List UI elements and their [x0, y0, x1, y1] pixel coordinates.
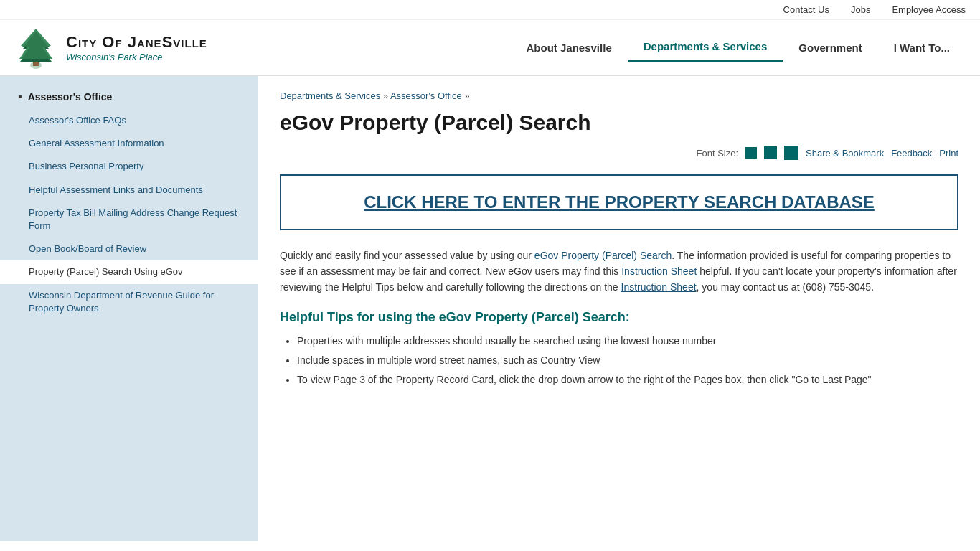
breadcrumb-departments[interactable]: Departments & Services — [280, 90, 380, 101]
page-layout: Assessor's Office Assessor's Office FAQs… — [0, 76, 980, 541]
instruction-sheet-link-2[interactable]: Instruction Sheet — [621, 281, 697, 293]
print-link[interactable]: Print — [939, 148, 958, 159]
logo-area: City Of JaneSville Wisconsin's Park Plac… — [14, 26, 215, 69]
page-title: eGov Property (Parcel) Search — [280, 110, 958, 136]
tips-heading: Helpful Tips for using the eGov Property… — [280, 310, 958, 325]
share-bookmark-link[interactable]: Share & Bookmark — [806, 148, 884, 159]
property-search-cta[interactable]: CLICK HERE TO ENTER THE PROPERTY SEARCH … — [280, 174, 958, 230]
sidebar-item-faqs[interactable]: Assessor's Office FAQs — [0, 109, 258, 132]
breadcrumb: Departments & Services » Assessor's Offi… — [280, 90, 958, 101]
site-header: City Of JaneSville Wisconsin's Park Plac… — [0, 20, 980, 76]
font-size-small-btn[interactable] — [745, 147, 757, 159]
main-content: Departments & Services » Assessor's Offi… — [258, 76, 980, 541]
font-size-bar: Font Size: Share & Bookmark Feedback Pri… — [280, 146, 958, 160]
city-name: City Of JaneSville — [66, 33, 207, 52]
font-size-label: Font Size: — [697, 148, 739, 159]
sidebar-item-wisconsin[interactable]: Wisconsin Department of Revenue Guide fo… — [0, 284, 258, 320]
feedback-link[interactable]: Feedback — [891, 148, 932, 159]
font-size-large-btn[interactable] — [784, 146, 798, 160]
top-bar: Contact Us Jobs Employee Access — [0, 0, 980, 20]
breadcrumb-sep2: » — [462, 90, 470, 101]
list-item: Include spaces in multiple word street n… — [297, 353, 958, 368]
employee-access-link[interactable]: Employee Access — [892, 4, 966, 15]
nav-departments[interactable]: Departments & Services — [628, 33, 783, 62]
nav-i-want-to[interactable]: I Want To... — [878, 34, 966, 61]
instruction-sheet-link-1[interactable]: Instruction Sheet — [621, 265, 697, 277]
breadcrumb-sep1: » — [380, 90, 390, 101]
sidebar-item-business[interactable]: Business Personal Property — [0, 155, 258, 178]
nav-about[interactable]: About Janesville — [511, 34, 628, 61]
sidebar-section-title: Assessor's Office — [28, 91, 113, 103]
nav-government[interactable]: Government — [783, 34, 877, 61]
sidebar-item-general[interactable]: General Assessment Information — [0, 132, 258, 155]
breadcrumb-assessor[interactable]: Assessor's Office — [390, 90, 462, 101]
phone-number: (608) 755-3045 — [802, 281, 871, 293]
sidebar-item-mailing[interactable]: Property Tax Bill Mailing Address Change… — [0, 202, 258, 237]
list-item: Properties with multiple addresses shoul… — [297, 334, 958, 349]
sidebar: Assessor's Office Assessor's Office FAQs… — [0, 76, 258, 541]
city-tagline: Wisconsin's Park Place — [66, 52, 207, 62]
egov-link[interactable]: eGov Property (Parcel) Search — [534, 250, 672, 261]
sidebar-item-helpful[interactable]: Helpful Assessment Links and Documents — [0, 179, 258, 202]
font-size-medium-btn[interactable] — [764, 146, 777, 159]
tips-list: Properties with multiple addresses shoul… — [280, 334, 958, 387]
logo-text: City Of JaneSville Wisconsin's Park Plac… — [66, 33, 207, 62]
intro-paragraph: Quickly and easily find your assessed va… — [280, 248, 958, 296]
svg-marker-5 — [22, 32, 50, 59]
main-nav: About Janesville Departments & Services … — [215, 33, 966, 62]
sidebar-item-openbook[interactable]: Open Book/Board of Review — [0, 237, 258, 260]
contact-us-link[interactable]: Contact Us — [783, 4, 829, 15]
jobs-link[interactable]: Jobs — [851, 4, 870, 15]
list-item: To view Page 3 of the Property Record Ca… — [297, 372, 958, 387]
sidebar-item-parcel[interactable]: Property (Parcel) Search Using eGov — [0, 260, 258, 283]
sidebar-section-header: Assessor's Office — [0, 83, 258, 109]
tree-logo-icon — [14, 26, 57, 69]
